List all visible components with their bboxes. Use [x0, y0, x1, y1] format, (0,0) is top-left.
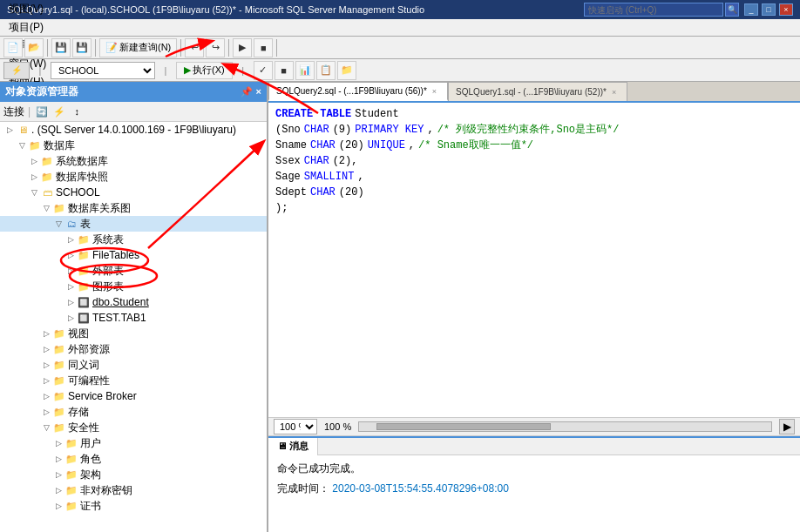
quick-search-input[interactable]	[584, 3, 723, 17]
tree-expand-15[interactable]: ▷	[40, 359, 52, 371]
tree-expand-10[interactable]: ▷	[64, 280, 77, 293]
tree-expand-4[interactable]: ▽	[28, 186, 40, 199]
tree-item-23[interactable]: ▷ 📁 非对称密钥	[0, 482, 267, 498]
tree-item-22[interactable]: ▷ 📁 架构	[0, 467, 267, 482]
minimize-button[interactable]: _	[744, 3, 758, 16]
tree-item-9[interactable]: ▷ 📁 外部表	[0, 263, 267, 279]
scrollbar-thumb[interactable]	[376, 423, 551, 430]
tab-close-0[interactable]: ×	[431, 87, 438, 96]
parse-button[interactable]: ✓	[254, 61, 273, 80]
tree-expand-13[interactable]: ▷	[40, 327, 52, 340]
tree-item-17[interactable]: ▷ 📁 Service Broker	[0, 388, 267, 404]
tree-item-21[interactable]: ▷ 📁 角色	[0, 451, 267, 467]
open-button[interactable]: 📂	[24, 38, 44, 57]
oe-close-icon[interactable]: ×	[256, 86, 261, 98]
code-line-3: Ssex CHAR(2),	[275, 153, 793, 169]
tree-expand-18[interactable]: ▷	[40, 406, 52, 418]
new-query-button[interactable]: 📝 新建查询(N)	[99, 38, 177, 57]
toolbar-icon-1[interactable]: ⚡	[3, 62, 30, 79]
tree-expand-0[interactable]: ▷	[3, 124, 16, 136]
tree-expand-17[interactable]: ▷	[40, 390, 52, 402]
tree-expand-20[interactable]: ▷	[52, 437, 64, 449]
execute-label: 执行(X)	[193, 64, 225, 77]
oe-header-controls[interactable]: 📌 ×	[241, 86, 261, 98]
tree-item-14[interactable]: ▷ 📁 外部资源	[0, 341, 267, 357]
horizontal-scrollbar[interactable]	[358, 421, 772, 432]
tree-item-11[interactable]: ▷ 🔲 dbo.Student	[0, 294, 267, 310]
tree-item-15[interactable]: ▷ 📁 同义词	[0, 357, 267, 373]
tab-0[interactable]: SQLQuery2.sql - (...1F9B\liuyaru (56))*×	[268, 82, 448, 101]
tree-item-18[interactable]: ▷ 📁 存储	[0, 404, 267, 420]
tree-expand-5[interactable]: ▽	[40, 202, 52, 214]
zoom-selector[interactable]: 100 %	[274, 419, 317, 434]
save-button[interactable]: 💾	[51, 38, 71, 57]
tree-item-19[interactable]: ▽ 📁 安全性	[0, 420, 267, 435]
tree-label-3: 数据库快照	[56, 170, 108, 185]
tree-item-13[interactable]: ▷ 📁 视图	[0, 326, 267, 341]
new-file-button[interactable]: 📄	[3, 38, 23, 57]
toolbar-separator-7: |	[157, 62, 174, 79]
save-all-button[interactable]: 💾	[72, 38, 92, 57]
execute-button[interactable]: ▶ 执行(X)	[176, 62, 233, 79]
tree-item-5[interactable]: ▽ 📁 数据库关系图	[0, 200, 267, 216]
tree-item-2[interactable]: ▷ 📁 系统数据库	[0, 153, 267, 169]
tree-expand-21[interactable]: ▷	[52, 453, 64, 465]
tree-expand-22[interactable]: ▷	[52, 468, 64, 481]
tree-expand-24[interactable]: ▷	[52, 500, 64, 512]
tab-1[interactable]: SQLQuery1.sql - (...1F9B\liuyaru (52))*×	[448, 82, 627, 101]
close-button[interactable]: ×	[779, 3, 793, 16]
database-selector[interactable]: SCHOOL	[51, 62, 155, 79]
tree-expand-2[interactable]: ▷	[28, 155, 40, 167]
tree-item-1[interactable]: ▽ 📁 数据库	[0, 138, 267, 153]
tree-expand-23[interactable]: ▷	[52, 484, 64, 496]
results-tab-bar: 🖥 消息	[268, 438, 800, 455]
undo-button[interactable]: ↩	[185, 38, 204, 57]
code-line-0: CREATE TABLE Student	[275, 106, 793, 122]
tree-expand-16[interactable]: ▷	[40, 374, 52, 387]
tree-expand-14[interactable]: ▷	[40, 343, 52, 355]
stop-query-button[interactable]: ■	[275, 61, 294, 80]
tree-icon-8: 📁	[77, 249, 91, 261]
maximize-button[interactable]: □	[762, 3, 776, 16]
tree-item-10[interactable]: ▷ 📁 图形表	[0, 279, 267, 294]
tree-item-16[interactable]: ▷ 📁 可编程性	[0, 373, 267, 388]
menu-item-2[interactable]: 视图(V)	[3, 0, 51, 18]
results-file-button[interactable]: 📁	[337, 61, 356, 80]
tree-item-20[interactable]: ▷ 📁 用户	[0, 435, 267, 451]
quick-search-area[interactable]: 🔍	[584, 3, 739, 17]
scroll-right-button[interactable]: ▶	[779, 419, 795, 434]
tree-expand-9[interactable]: ▷	[64, 265, 77, 277]
tree-expand-19[interactable]: ▽	[40, 421, 52, 434]
tree-item-7[interactable]: ▷ 📁 系统表	[0, 232, 267, 247]
window-controls: _ □ ×	[744, 3, 793, 16]
debug-button[interactable]: ▶	[233, 38, 252, 57]
results-tab-0[interactable]: 🖥 消息	[268, 438, 318, 455]
results-text-button[interactable]: 📋	[316, 61, 336, 80]
tree-expand-7[interactable]: ▷	[64, 233, 77, 246]
oe-more-button[interactable]: ↕	[69, 104, 85, 119]
tree-item-6[interactable]: ▽ 🗂 表	[0, 216, 267, 232]
oe-refresh-button[interactable]: 🔄	[34, 104, 50, 119]
tree-expand-11[interactable]: ▷	[64, 296, 77, 308]
tree-item-12[interactable]: ▷ 🔲 TEST.TAB1	[0, 310, 267, 326]
query-toolbar: ⚡ | SCHOOL | ▶ 执行(X) | ✓ ■ 📊 📋 📁	[0, 59, 800, 82]
tree-expand-12[interactable]: ▷	[64, 312, 77, 324]
tree-expand-8[interactable]: ▷	[64, 249, 77, 261]
oe-pin-icon[interactable]: 📌	[241, 86, 253, 98]
results-button[interactable]: 📊	[295, 61, 315, 80]
search-icon[interactable]: 🔍	[725, 3, 739, 17]
tree-item-3[interactable]: ▷ 📁 数据库快照	[0, 169, 267, 185]
tab-close-1[interactable]: ×	[610, 88, 618, 97]
oe-filter-button[interactable]: ⚡	[51, 104, 67, 119]
tree-expand-3[interactable]: ▷	[28, 171, 40, 183]
code-editor[interactable]: CREATE TABLE Student (Sno CHAR(9) PRIMAR…	[268, 103, 800, 417]
redo-button[interactable]: ↪	[206, 38, 225, 57]
tree-item-0[interactable]: ▷ 🖥 . (SQL Server 14.0.1000.169 - 1F9B\l…	[0, 122, 267, 138]
tree-item-24[interactable]: ▷ 📁 证书	[0, 498, 267, 514]
menu-item-3[interactable]: 项目(P)	[3, 18, 51, 37]
tree-expand-6[interactable]: ▽	[52, 218, 64, 230]
tree-expand-1[interactable]: ▽	[16, 139, 28, 152]
tree-item-4[interactable]: ▽ 🗃 SCHOOL	[0, 185, 267, 200]
tree-item-8[interactable]: ▷ 📁 FileTables	[0, 247, 267, 263]
stop-button[interactable]: ■	[254, 38, 273, 57]
